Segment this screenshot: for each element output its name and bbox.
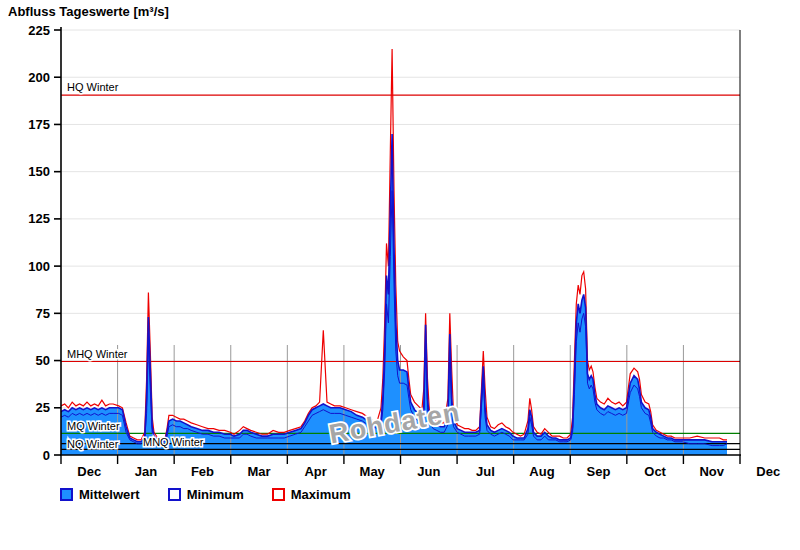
y-tick-label: 25 <box>36 400 50 415</box>
legend-label-min: Minimum <box>187 487 244 502</box>
legend-item-min: Minimum <box>168 487 244 502</box>
month-label: Jul <box>476 464 495 479</box>
month-label: Dec <box>77 464 101 479</box>
month-label: Mar <box>247 464 270 479</box>
legend-label-max: Maximum <box>291 487 351 502</box>
month-label: Jun <box>417 464 440 479</box>
ref-line-label: MQ Winter <box>67 420 120 432</box>
month-label: Sep <box>587 464 611 479</box>
month-label: Jan <box>135 464 157 479</box>
hydrograph-chart: HQ WinterMHQ WinterMQ WinterMNQ WinterNQ… <box>0 0 800 550</box>
y-tick-label: 150 <box>28 164 50 179</box>
legend-item-max: Maximum <box>272 487 351 502</box>
ref-line-label: MHQ Winter <box>67 348 128 360</box>
month-label: Oct <box>644 464 666 479</box>
month-label: Feb <box>191 464 214 479</box>
chart-container: Abfluss Tageswerte [m³/s] HQ WinterMHQ W… <box>0 0 800 550</box>
month-label: May <box>360 464 386 479</box>
ref-line-label: HQ Winter <box>67 81 119 93</box>
y-tick-label: 75 <box>36 306 50 321</box>
min-swatch-icon <box>168 488 181 501</box>
y-tick-label: 100 <box>28 259 50 274</box>
y-tick-label: 225 <box>28 23 50 38</box>
ref-line-label: MNQ Winter <box>143 436 204 448</box>
month-label: Aug <box>529 464 554 479</box>
mean-swatch-icon <box>60 488 73 501</box>
ref-line-label: NQ Winter <box>67 438 119 450</box>
month-label: Nov <box>699 464 724 479</box>
legend-label-mean: Mittelwert <box>79 487 140 502</box>
legend: Mittelwert Minimum Maximum <box>60 487 351 502</box>
legend-item-mean: Mittelwert <box>60 487 140 502</box>
y-tick-label: 0 <box>43 448 50 463</box>
y-tick-label: 125 <box>28 211 50 226</box>
month-label: Dec <box>756 464 780 479</box>
y-tick-label: 175 <box>28 117 50 132</box>
y-tick-label: 200 <box>28 70 50 85</box>
y-tick-label: 50 <box>36 353 50 368</box>
month-label: Apr <box>304 464 326 479</box>
max-swatch-icon <box>272 488 285 501</box>
